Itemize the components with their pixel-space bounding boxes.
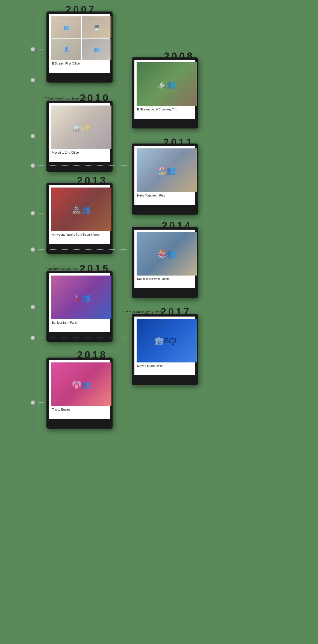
- h-line-2008: [33, 80, 131, 80]
- photo-content-2008: 🏔️👥: [137, 62, 197, 106]
- photo-2017: 🏢SQL: [137, 319, 197, 362]
- polaroid-2014: 🍣👥 Kon'nichiwa from Japan: [132, 227, 198, 298]
- polaroid-inner-2011: 🏖️👥 Hello Mate from Perth: [134, 146, 195, 205]
- photo-content-2014: 🍣👥: [137, 232, 197, 276]
- quote-2015: " Our dream come true! ": [44, 267, 81, 271]
- caption-2013: Annyeonghaseyo from Seoul Korea: [51, 233, 108, 236]
- photo-grid-2007: 👥 🖥️ 👤 👥: [51, 16, 111, 60]
- photo-content-2011: 🏖️👥: [137, 148, 197, 192]
- polaroid-2013: 🏯👥 Annyeonghaseyo from Seoul Korea: [46, 183, 113, 254]
- photo-2013: 🏯👥: [51, 188, 111, 231]
- photo-2010: 🏢✨: [51, 106, 111, 149]
- polaroid-2010: 🏢✨ Moved to 2nd Office: [46, 101, 113, 172]
- timeline-container: 2007 👥 🖥️ 👤 👥 E Stream First Office 2008…: [0, 0, 318, 644]
- caption-2011: Hello Mate from Perth: [137, 194, 193, 197]
- photo-cell-3: 👤: [51, 39, 81, 60]
- photo-content-2013: 🏯👥: [51, 188, 111, 231]
- h-line-2011: [33, 165, 131, 166]
- caption-2017: Moved to 3rd Office: [137, 364, 193, 367]
- caption-2015: Bonjour from Paris: [51, 321, 108, 324]
- polaroid-inner-2014: 🍣👥 Kon'nichiwa from Japan: [134, 230, 195, 288]
- caption-2018: Trip to Busan: [51, 408, 108, 411]
- polaroid-2018: 👘👥 Trip to Busan: [46, 358, 113, 429]
- photo-cell-4: 👥: [82, 39, 111, 60]
- polaroid-inner-2017: 🏢SQL Moved to 3rd Office: [134, 317, 195, 375]
- caption-2008: E Stream Local Company Trip: [137, 108, 193, 111]
- polaroid-inner-2008: 🏔️👥 E Stream Local Company Trip: [134, 60, 195, 119]
- timeline-vertical-line: [33, 11, 33, 633]
- polaroid-inner-2018: 👘👥 Trip to Busan: [49, 360, 110, 419]
- h-line-2014: [33, 249, 131, 250]
- polaroid-inner-2007: 👥 🖥️ 👤 👥 E Stream First Office: [49, 14, 110, 73]
- photo-cell-1: 👥: [51, 16, 81, 38]
- photo-2015: 🗼👥: [51, 276, 111, 319]
- photo-content-2015: 🗼👥: [51, 276, 111, 319]
- photo-2014: 🍣👥: [137, 232, 197, 276]
- caption-2007: E Stream First Office: [51, 62, 108, 65]
- photo-2008: 🏔️👥: [137, 62, 197, 106]
- polaroid-inner-2013: 🏯👥 Annyeonghaseyo from Seoul Korea: [49, 185, 110, 244]
- photo-2011: 🏖️👥: [137, 148, 197, 192]
- polaroid-2008: 🏔️👥 E Stream Local Company Trip: [132, 57, 198, 128]
- polaroid-inner-2010: 🏢✨ Moved to 2nd Office: [49, 103, 110, 162]
- polaroid-2015: 🗼👥 Bonjour from Paris: [46, 271, 113, 342]
- polaroid-2011: 🏖️👥 Hello Mate from Perth: [132, 144, 198, 215]
- photo-content-2017: 🏢SQL: [137, 319, 197, 362]
- polaroid-inner-2015: 🗼👥 Bonjour from Paris: [49, 273, 110, 332]
- caption-2014: Kon'nichiwa from Japan: [137, 277, 193, 280]
- photo-cell-2: 🖥️: [82, 16, 111, 38]
- photo-content-2018: 👘👥: [51, 362, 111, 406]
- caption-2010: Moved to 2nd Office: [51, 151, 108, 154]
- h-line-2017: [33, 338, 131, 338]
- photo-content-2010: 🏢✨: [51, 106, 111, 149]
- polaroid-2007: 👥 🖥️ 👤 👥 E Stream First Office: [46, 11, 113, 83]
- quote-2017: " with in-house gym & bar! ": [123, 310, 164, 314]
- photo-2018: 👘👥: [51, 362, 111, 406]
- polaroid-2017: 🏢SQL Moved to 3rd Office: [132, 314, 198, 385]
